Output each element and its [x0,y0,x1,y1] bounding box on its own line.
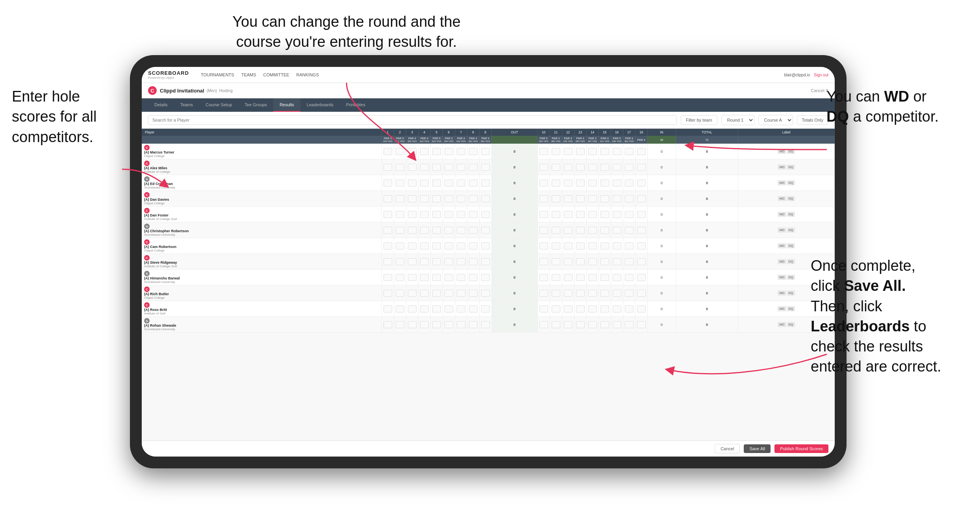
hole-11-input[interactable] [552,148,560,155]
hole-9-score[interactable] [479,238,491,254]
hole-15-score[interactable] [598,285,611,301]
hole-14-score[interactable] [586,270,598,285]
hole-7-input[interactable] [457,305,465,313]
hole-16-input[interactable] [613,321,621,328]
hole-6-score[interactable] [443,301,455,317]
hole-2-input[interactable] [396,195,404,202]
hole-8-score[interactable] [467,191,479,207]
hole-15-input[interactable] [600,258,609,265]
hole-18-input[interactable] [637,211,646,218]
hole-7-input[interactable] [457,274,465,281]
hole-17-score[interactable] [623,175,635,191]
dq-button[interactable]: DQ [787,259,795,264]
hole-8-input[interactable] [469,179,478,187]
wd-button[interactable]: WD [778,275,786,280]
hole-18-input[interactable] [637,305,646,313]
hole-14-input[interactable] [588,148,597,155]
hole-2-input[interactable] [396,242,404,250]
hole-5-score[interactable] [430,317,443,333]
hole-13-input[interactable] [576,242,585,250]
hole-15-score[interactable] [598,222,611,238]
hole-13-score[interactable] [574,270,586,285]
hole-16-input[interactable] [613,164,621,171]
hole-16-score[interactable] [611,159,623,175]
hole-17-input[interactable] [625,179,634,187]
hole-12-input[interactable] [564,242,572,250]
hole-8-input[interactable] [469,195,478,202]
hole-16-score[interactable] [611,207,623,222]
hole-12-score[interactable] [562,222,574,238]
hole-1-input[interactable] [383,211,392,218]
hole-13-input[interactable] [576,290,585,297]
hole-2-score[interactable] [394,207,406,222]
hole-3-score[interactable] [406,317,418,333]
wd-button[interactable]: WD [778,243,786,248]
hole-10-score[interactable] [537,144,550,159]
hole-11-input[interactable] [552,305,560,313]
hole-16-input[interactable] [613,242,621,250]
publish-button[interactable]: Publish Round Scores [774,444,828,453]
hole-16-input[interactable] [613,290,621,297]
hole-17-score[interactable] [623,254,635,270]
hole-1-input[interactable] [383,274,392,281]
hole-18-input[interactable] [637,148,646,155]
hole-17-input[interactable] [625,258,634,265]
hole-11-input[interactable] [552,195,560,202]
hole-6-input[interactable] [445,179,453,187]
hole-1-score[interactable] [382,159,394,175]
hole-16-score[interactable] [611,222,623,238]
hole-16-input[interactable] [613,274,621,281]
hole-5-score[interactable] [430,207,443,222]
hole-14-score[interactable] [586,317,598,333]
hole-1-score[interactable] [382,317,394,333]
hole-13-input[interactable] [576,227,585,234]
hole-12-score[interactable] [562,317,574,333]
hole-7-score[interactable] [455,285,467,301]
hole-18-score[interactable] [635,301,647,317]
dq-button[interactable]: DQ [787,165,795,170]
hole-12-score[interactable] [562,191,574,207]
hole-17-score[interactable] [623,238,635,254]
hole-12-input[interactable] [564,305,572,313]
hole-5-input[interactable] [432,227,441,234]
hole-6-score[interactable] [443,207,455,222]
hole-12-score[interactable] [562,175,574,191]
hole-9-input[interactable] [481,321,490,328]
hole-10-score[interactable] [537,222,550,238]
hole-13-score[interactable] [574,222,586,238]
hole-14-input[interactable] [588,179,597,187]
hole-13-input[interactable] [576,179,585,187]
hole-17-score[interactable] [623,301,635,317]
hole-11-score[interactable] [550,301,562,317]
hole-2-score[interactable] [394,270,406,285]
hole-12-score[interactable] [562,285,574,301]
hole-7-input[interactable] [457,164,465,171]
hole-11-score[interactable] [550,159,562,175]
hole-2-input[interactable] [396,179,404,187]
hole-10-score[interactable] [537,317,550,333]
hole-2-input[interactable] [396,148,404,155]
hole-6-input[interactable] [445,195,453,202]
hole-6-score[interactable] [443,191,455,207]
hole-7-score[interactable] [455,191,467,207]
hole-14-input[interactable] [588,321,597,328]
hole-17-score[interactable] [623,270,635,285]
hole-9-input[interactable] [481,179,490,187]
hole-1-score[interactable] [382,222,394,238]
hole-5-score[interactable] [430,191,443,207]
hole-3-input[interactable] [408,195,417,202]
hole-13-score[interactable] [574,238,586,254]
hole-12-input[interactable] [564,290,572,297]
hole-3-input[interactable] [408,242,417,250]
tournament-cancel-btn[interactable]: Cancel X [811,88,828,93]
hole-17-input[interactable] [625,290,634,297]
hole-11-input[interactable] [552,211,560,218]
hole-15-input[interactable] [600,211,609,218]
hole-9-input[interactable] [481,274,490,281]
hole-10-score[interactable] [537,285,550,301]
hole-12-input[interactable] [564,164,572,171]
hole-4-input[interactable] [420,148,429,155]
hole-18-score[interactable] [635,159,647,175]
hole-14-score[interactable] [586,301,598,317]
hole-12-input[interactable] [564,258,572,265]
